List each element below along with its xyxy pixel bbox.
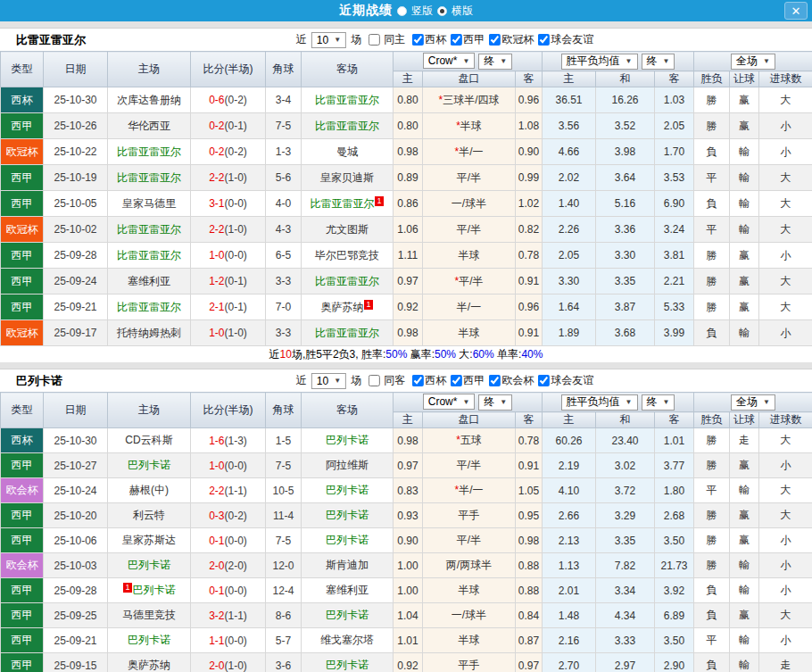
- wdl-average-select-value: 胜平负均值: [567, 54, 620, 69]
- corner-count: 12-4: [266, 578, 302, 603]
- games-count-select[interactable]: 10▼: [311, 32, 346, 48]
- team-name-plain: 皇家贝迪斯: [320, 171, 374, 184]
- avg-home-odds: 4.10: [543, 478, 596, 503]
- league-checkbox-1[interactable]: [451, 34, 462, 46]
- result-handicap: 輸: [730, 165, 759, 191]
- fulltime-score: 1-2: [209, 275, 224, 287]
- result-wdl: 勝: [694, 428, 730, 453]
- result-handicap: 赢: [730, 243, 759, 269]
- chevron-down-icon: ▼: [334, 377, 341, 385]
- odds-source-select[interactable]: Crow*▼: [423, 394, 476, 410]
- match-date: 25-09-21: [44, 628, 108, 653]
- team-name-highlight: 比雷亚雷亚尔: [315, 327, 379, 339]
- team-name-highlight: 比雷亚雷亚尔: [315, 275, 379, 287]
- home-odds: 0.98: [394, 320, 423, 346]
- league-checkbox-2[interactable]: [489, 34, 501, 46]
- away-odds: 0.98: [516, 528, 543, 553]
- competition-type-badge: 欧冠杯: [1, 139, 44, 165]
- col-header-odds_away: 客: [516, 412, 543, 428]
- match-score: 2-1(0-1): [191, 295, 266, 320]
- avg-draw-odds: 4.34: [596, 603, 655, 628]
- result-goals: 小: [759, 553, 812, 578]
- team-name-highlight: 比雷亚雷亚尔: [117, 145, 181, 158]
- sections-container: 比雷亚雷亚尔近10▼场同主西杯西甲欧冠杯球会友谊类型日期主场比分(半场)角球客场…: [0, 29, 812, 672]
- result-wdl: 勝: [694, 87, 730, 113]
- team-cell: 塞维利亚: [302, 578, 394, 603]
- vertical-layout-radio[interactable]: [397, 6, 407, 16]
- away-odds: 0.91: [516, 453, 543, 478]
- chevron-down-icon: ▼: [663, 398, 670, 406]
- team-cell: 比雷亚雷亚尔1: [302, 191, 394, 217]
- corner-count: 6-5: [266, 243, 302, 269]
- avg-home-odds: 2.16: [543, 628, 596, 653]
- final-average-select[interactable]: 终▼: [642, 394, 675, 411]
- competition-type-badge: 西甲: [1, 603, 44, 628]
- col-header-handicap: 盘口: [423, 71, 516, 87]
- league-checkbox-3[interactable]: [538, 375, 550, 386]
- match-row: 欧会杯25-10-24赫根(中)2-2(1-1)10-5巴列卡诺0.83*半/一…: [1, 478, 812, 503]
- col-header-avg_away: 客: [655, 412, 694, 428]
- team-name-highlight: 比雷亚雷亚尔: [117, 223, 181, 236]
- result-handicap: 赢: [730, 603, 759, 628]
- home-odds: 0.90: [394, 528, 423, 553]
- col-header-wdl: 胜负: [694, 71, 730, 87]
- odds-source-select[interactable]: Crow*▼: [423, 53, 476, 69]
- scope-select[interactable]: 全场▼: [731, 54, 775, 70]
- handicap-line: *五球: [423, 428, 516, 453]
- same-venue-checkbox[interactable]: [369, 375, 380, 386]
- halftime-score: (0-0): [225, 635, 247, 647]
- league-checkbox-0[interactable]: [412, 375, 424, 386]
- match-score: 0-2(0-2): [191, 139, 266, 165]
- horizontal-layout-radio[interactable]: [437, 6, 447, 16]
- wdl-average-select[interactable]: 胜平负均值▼: [561, 54, 638, 70]
- final-handicap-select-value: 终: [484, 394, 494, 410]
- avg-home-odds: 2.05: [543, 243, 596, 269]
- match-date: 25-10-30: [44, 428, 108, 453]
- halftime-score: (2-0): [225, 560, 247, 572]
- games-count-select[interactable]: 10▼: [311, 373, 346, 389]
- col-header-score[interactable]: 比分(半场): [191, 52, 266, 87]
- avg-draw-odds: 3.64: [596, 165, 655, 191]
- avg-away-odds: 1.70: [655, 139, 694, 165]
- col-header-avg_home: 主: [543, 71, 596, 87]
- league-checkbox-0[interactable]: [412, 34, 424, 46]
- col-header-type: 类型: [1, 52, 44, 87]
- result-wdl: 勝: [694, 553, 730, 578]
- header-row-groups: 类型日期主场比分(半场)角球客场Crow*▼终▼胜平负均值▼终▼全场▼: [1, 393, 812, 412]
- chevron-down-icon: ▼: [763, 398, 770, 406]
- vertical-layout-label[interactable]: 竖版: [411, 4, 433, 19]
- home-odds: 0.97: [394, 269, 423, 295]
- fulltime-score: 1-0: [209, 460, 224, 472]
- team-name-plain: 马德里竞技: [122, 609, 176, 621]
- team-name-plain: 尤文图斯: [326, 223, 369, 236]
- scope-select[interactable]: 全场▼: [731, 394, 775, 411]
- league-checkbox-2[interactable]: [489, 375, 501, 386]
- horizontal-layout-label[interactable]: 横版: [452, 4, 473, 19]
- corner-count: 5-7: [266, 628, 302, 653]
- result-wdl: 負: [694, 191, 730, 217]
- competition-type-badge: 西甲: [1, 191, 44, 217]
- same-venue-checkbox[interactable]: [369, 34, 380, 46]
- handicap-line: 平/半: [423, 165, 516, 191]
- fulltime-score: 3-1: [209, 197, 224, 210]
- corner-count: 5-6: [266, 165, 302, 191]
- result-handicap: 輸: [730, 628, 759, 653]
- league-checkbox-3[interactable]: [538, 34, 550, 46]
- league-checkbox-1[interactable]: [451, 375, 462, 386]
- halftime-score: (0-0): [225, 197, 247, 210]
- final-handicap-select[interactable]: 终▼: [478, 54, 512, 70]
- close-icon[interactable]: ✕: [784, 2, 808, 20]
- halftime-score: (1-0): [225, 223, 247, 236]
- corner-count: 10-5: [266, 478, 302, 503]
- record-summary: 近10场,胜5平2负3, 胜率:50% 赢率:50% 大:60% 单率:40%: [0, 346, 812, 362]
- avg-home-odds: 2.01: [543, 578, 596, 603]
- col-header-score[interactable]: 比分(半场): [191, 393, 266, 428]
- team-name-highlight: 比雷亚雷亚尔: [310, 197, 374, 210]
- avg-away-odds: 2.21: [655, 269, 694, 295]
- team-cell: 巴列卡诺: [108, 553, 191, 578]
- match-date: 25-09-28: [44, 578, 108, 603]
- final-average-select[interactable]: 终▼: [642, 54, 675, 70]
- competition-type-badge: 欧会杯: [1, 478, 44, 503]
- final-handicap-select[interactable]: 终▼: [478, 394, 512, 411]
- wdl-average-select[interactable]: 胜平负均值▼: [561, 394, 638, 411]
